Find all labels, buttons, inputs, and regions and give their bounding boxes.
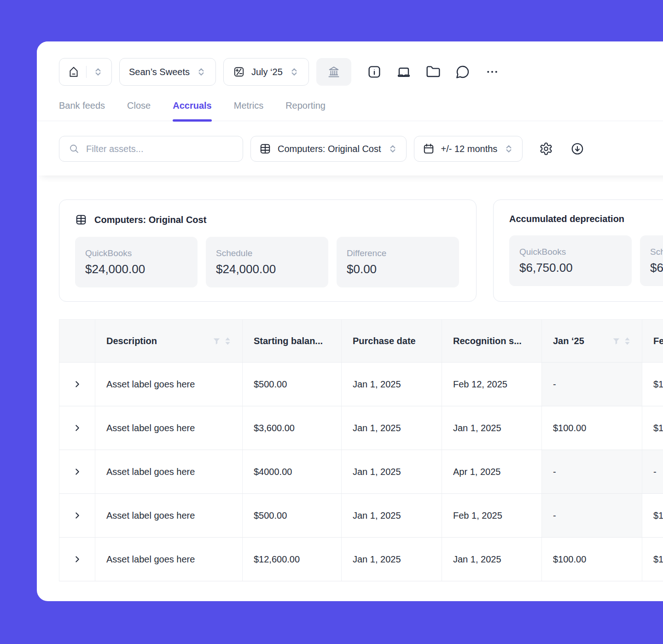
- header-purchase-date[interactable]: Purchase date: [341, 320, 442, 362]
- row-expand-button[interactable]: [59, 406, 95, 450]
- sort-icon[interactable]: [224, 337, 231, 345]
- search-icon: [69, 143, 80, 154]
- tab-accruals[interactable]: Accruals: [173, 100, 212, 121]
- tab-metrics[interactable]: Metrics: [234, 100, 263, 121]
- header-label: Description: [106, 336, 157, 346]
- header-feb-25[interactable]: Feb ‘25: [642, 320, 663, 362]
- asset-filter-search[interactable]: [59, 136, 243, 162]
- header-recognition-start[interactable]: Recognition s...: [442, 320, 541, 362]
- cell-jan-25: -: [541, 494, 642, 537]
- period-select[interactable]: July ‘25: [223, 58, 309, 86]
- chevron-up-down-icon: [196, 67, 206, 77]
- header-icons: [213, 337, 231, 345]
- table-row: Asset label goes here $4000.00 Jan 1, 20…: [59, 450, 663, 494]
- laptop-icon: [396, 64, 411, 79]
- search-input[interactable]: [86, 144, 233, 154]
- toolbar-icon-cluster: [365, 58, 501, 86]
- home-icon: [68, 66, 80, 78]
- info-button[interactable]: [365, 58, 384, 86]
- stat-label: QuickBooks: [85, 248, 187, 259]
- table-row: Asset label goes here $12,600.00 Jan 1, …: [59, 538, 663, 581]
- stat-tiles: QuickBooks $24,000.00 Schedule $24,000.0…: [75, 237, 460, 287]
- filter-funnel-icon[interactable]: [213, 337, 221, 345]
- header-starting-balance[interactable]: Starting balan...: [242, 320, 341, 362]
- table-row: Asset label goes here $500.00 Jan 1, 202…: [59, 363, 663, 406]
- row-expand-button[interactable]: [59, 450, 95, 493]
- period-label: July ‘25: [251, 67, 283, 77]
- chat-button[interactable]: [454, 58, 472, 86]
- filter-funnel-icon[interactable]: [612, 337, 620, 345]
- toolbar-divider: [86, 66, 87, 78]
- filter-bar: Computers: Original Cost +/- 12 months: [37, 121, 663, 176]
- settings-button[interactable]: [538, 136, 554, 162]
- cell-description: Asset label goes here: [95, 406, 242, 450]
- cell-description: Asset label goes here: [95, 450, 242, 493]
- cell-recognition-start: Feb 12, 2025: [442, 363, 541, 406]
- row-expand-button[interactable]: [59, 363, 95, 406]
- stat-tiles: QuickBooks $6,750.00 Schedule $6,750.00: [509, 235, 663, 286]
- cell-feb-25: -: [642, 450, 663, 493]
- more-button[interactable]: [483, 58, 501, 86]
- stat-tile-quickbooks: QuickBooks $6,750.00: [509, 235, 632, 286]
- cell-feb-25: $100.00: [642, 494, 663, 537]
- ellipsis-icon: [485, 65, 499, 79]
- summary-card-accumulated-depreciation: Accumulated depreciation QuickBooks $6,7…: [493, 199, 663, 302]
- cell-recognition-start: Apr 1, 2025: [442, 450, 541, 493]
- header-description[interactable]: Description: [95, 320, 242, 362]
- account-select[interactable]: Computers: Original Cost: [250, 136, 407, 162]
- header-label: Jan ‘25: [553, 336, 584, 346]
- summary-card-original-cost: Computers: Original Cost QuickBooks $24,…: [59, 199, 477, 302]
- cell-feb-25: $100.00: [642, 538, 663, 581]
- summary-card-title: Accumulated depreciation: [509, 214, 624, 224]
- folder-button[interactable]: [424, 58, 442, 86]
- page-header: Sean’s Sweets July ‘25: [37, 41, 663, 176]
- company-name: Sean’s Sweets: [129, 67, 190, 77]
- cell-purchase-date: Jan 1, 2025: [341, 363, 442, 406]
- bank-button[interactable]: [316, 58, 351, 86]
- info-icon: [367, 64, 382, 79]
- cell-recognition-start: Jan 1, 2025: [442, 406, 541, 450]
- row-expand-button[interactable]: [59, 538, 95, 581]
- stat-tile-schedule: Schedule $6,750.00: [640, 235, 663, 286]
- company-select[interactable]: Sean’s Sweets: [119, 58, 216, 86]
- cell-recognition-start: Jan 1, 2025: [442, 538, 541, 581]
- header-jan-25[interactable]: Jan ‘25: [541, 320, 642, 362]
- stat-tile-difference: Difference $0.00: [337, 237, 459, 287]
- home-button[interactable]: [59, 58, 112, 86]
- stat-value: $6,750.00: [519, 260, 622, 275]
- table-icon: [75, 214, 87, 226]
- table-row: Asset label goes here $500.00 Jan 1, 202…: [59, 494, 663, 538]
- cell-jan-25: $100.00: [541, 538, 642, 581]
- tab-reporting[interactable]: Reporting: [285, 100, 326, 121]
- cell-jan-25: $100.00: [541, 406, 642, 450]
- chevron-up-down-icon: [93, 67, 103, 77]
- cell-recognition-start: Feb 1, 2025: [442, 494, 541, 537]
- folder-icon: [426, 64, 441, 79]
- stat-tile-quickbooks: QuickBooks $24,000.00: [75, 237, 198, 287]
- chevron-up-down-icon: [289, 67, 299, 77]
- cell-starting-balance: $500.00: [242, 363, 341, 406]
- summary-cards: Computers: Original Cost QuickBooks $24,…: [59, 199, 663, 302]
- chat-icon: [455, 64, 470, 79]
- cell-purchase-date: Jan 1, 2025: [341, 450, 442, 493]
- date-range-select[interactable]: +/- 12 months: [414, 136, 523, 162]
- stat-label: Difference: [347, 248, 449, 259]
- tab-bank-feeds[interactable]: Bank feeds: [59, 100, 105, 121]
- cell-purchase-date: Jan 1, 2025: [341, 538, 442, 581]
- plus-minus-icon: [233, 66, 245, 78]
- bank-icon: [327, 65, 340, 78]
- laptop-button[interactable]: [395, 58, 413, 86]
- chevron-up-down-icon: [504, 144, 514, 154]
- download-button[interactable]: [570, 136, 585, 162]
- table-row: Asset label goes here $3,600.00 Jan 1, 2…: [59, 406, 663, 450]
- summary-card-title-row: Computers: Original Cost: [75, 214, 460, 226]
- stat-label: QuickBooks: [519, 246, 622, 258]
- tab-close[interactable]: Close: [127, 100, 151, 121]
- row-expand-button[interactable]: [59, 494, 95, 537]
- sort-icon[interactable]: [624, 337, 631, 345]
- calendar-icon: [423, 143, 435, 155]
- stat-value: $24,000.00: [216, 262, 318, 276]
- date-range-value: +/- 12 months: [441, 144, 498, 154]
- stat-value: $24,000.00: [85, 262, 187, 276]
- header-icons: [612, 337, 631, 345]
